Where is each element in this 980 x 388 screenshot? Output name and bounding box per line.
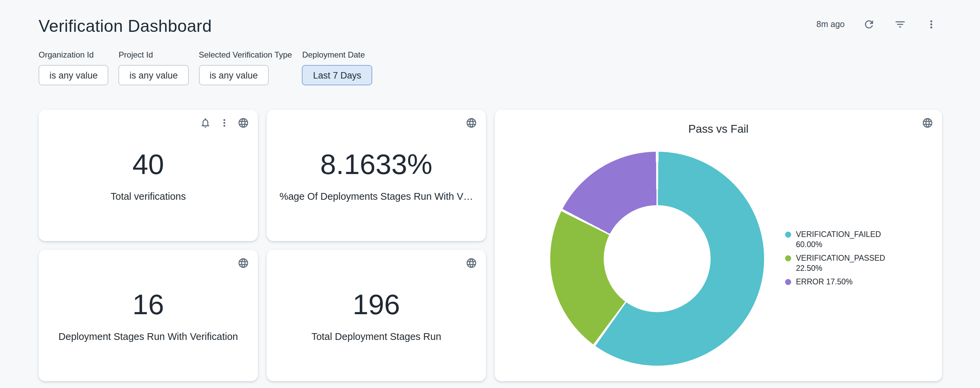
more-vert-icon: [925, 18, 937, 30]
tile-total-deployment-stages-run: 196 Total Deployment Stages Run: [267, 250, 486, 381]
header: Verification Dashboard 8m ago: [0, 0, 980, 37]
chart-body: VERIFICATION_FAILED 60.00% VERIFICATION_…: [495, 136, 942, 381]
filter-label-verification-type: Selected Verification Type: [199, 50, 292, 59]
globe-icon: [922, 117, 933, 129]
filter-label-organization-id: Organization Id: [38, 50, 109, 59]
legend-item[interactable]: ERROR 17.50%: [785, 277, 897, 287]
tile-label: Total Deployment Stages Run: [311, 331, 441, 342]
tile-actions: [237, 257, 249, 269]
filter-group-project-id: Project Id is any value: [119, 50, 189, 85]
more-vert-icon: [219, 117, 230, 129]
header-actions: 8m ago: [816, 18, 938, 31]
legend-item[interactable]: VERIFICATION_FAILED 60.00%: [785, 230, 897, 250]
filter-label-deployment-date: Deployment Date: [302, 50, 372, 59]
tile-actions: [466, 117, 477, 129]
legend-item[interactable]: VERIFICATION_PASSED 22.50%: [785, 253, 897, 273]
tile-total-verifications: 40 Total verifications: [38, 110, 258, 241]
filter-icon: [894, 18, 906, 30]
legend-label: VERIFICATION_PASSED: [796, 254, 885, 262]
refresh-icon: [863, 18, 875, 30]
tile-menu-button[interactable]: [219, 117, 230, 129]
legend-swatch: [785, 255, 791, 261]
legend-text: VERIFICATION_FAILED 60.00%: [796, 230, 897, 250]
tile-value: 16: [132, 289, 164, 321]
legend-label: ERROR: [796, 278, 824, 286]
tile-globe-button[interactable]: [922, 117, 933, 129]
dashboard-page: Verification Dashboard 8m ago Organizati…: [0, 0, 980, 388]
legend-label: VERIFICATION_FAILED: [796, 230, 881, 238]
legend-text: ERROR 17.50%: [796, 277, 853, 287]
filter-value-verification-type[interactable]: is any value: [199, 65, 269, 85]
filter-group-deployment-date: Deployment Date Last 7 Days: [302, 50, 372, 85]
chart-legend: VERIFICATION_FAILED 60.00% VERIFICATION_…: [785, 226, 897, 291]
globe-icon: [466, 117, 477, 129]
tile-actions: [466, 257, 477, 269]
tile-label: Total verifications: [111, 191, 186, 201]
alert-bell-button[interactable]: [200, 117, 211, 129]
tile-value: 196: [353, 289, 400, 321]
tile-value: 8.1633%: [320, 149, 433, 180]
page-title: Verification Dashboard: [38, 15, 212, 37]
tile-label: Deployment Stages Run With Verification: [59, 331, 238, 342]
globe-icon: [237, 257, 249, 269]
legend-text: VERIFICATION_PASSED 22.50%: [796, 253, 897, 273]
tile-globe-button[interactable]: [237, 257, 249, 269]
legend-swatch: [785, 232, 791, 238]
pass-vs-fail-card: Pass vs Fail VERIFICATION_FAILED 60.00% …: [495, 110, 942, 381]
filter-value-project-id[interactable]: is any value: [119, 65, 189, 85]
dashboard-menu-button[interactable]: [924, 18, 938, 31]
tile-label: %age Of Deployments Stages Run With V…: [280, 191, 473, 201]
legend-percent: 60.00%: [796, 240, 822, 249]
filter-label-project-id: Project Id: [119, 50, 189, 59]
last-refresh-label: 8m ago: [816, 20, 845, 29]
filter-value-deployment-date[interactable]: Last 7 Days: [302, 65, 372, 85]
tile-globe-button[interactable]: [466, 117, 477, 129]
tile-value: 40: [132, 149, 164, 180]
chart-title: Pass vs Fail: [495, 123, 942, 136]
legend-percent: 22.50%: [796, 264, 822, 272]
tile-stages-run-with-verification: 16 Deployment Stages Run With Verificati…: [38, 250, 258, 381]
legend-swatch: [785, 279, 791, 285]
tile-actions: [922, 117, 933, 129]
filter-group-organization-id: Organization Id is any value: [38, 50, 109, 85]
tile-globe-button[interactable]: [466, 257, 477, 269]
globe-icon: [237, 117, 249, 129]
pass-fail-donut[interactable]: [550, 151, 764, 365]
dashboard-filters-button[interactable]: [893, 18, 907, 31]
alert-bell-icon: [200, 117, 211, 129]
filter-value-organization-id[interactable]: is any value: [38, 65, 109, 85]
tile-globe-button[interactable]: [237, 117, 249, 129]
tile-percent-stages-with-verification: 8.1633% %age Of Deployments Stages Run W…: [267, 110, 486, 241]
tiles-grid: 40 Total verifications 8.1633% %age Of D…: [38, 110, 942, 381]
legend-percent: 17.50%: [826, 278, 853, 286]
tile-actions: [200, 117, 249, 129]
filter-group-verification-type: Selected Verification Type is any value: [199, 50, 292, 85]
filter-bar: Organization Id is any value Project Id …: [0, 37, 980, 85]
globe-icon: [466, 257, 477, 269]
refresh-button[interactable]: [862, 18, 876, 31]
